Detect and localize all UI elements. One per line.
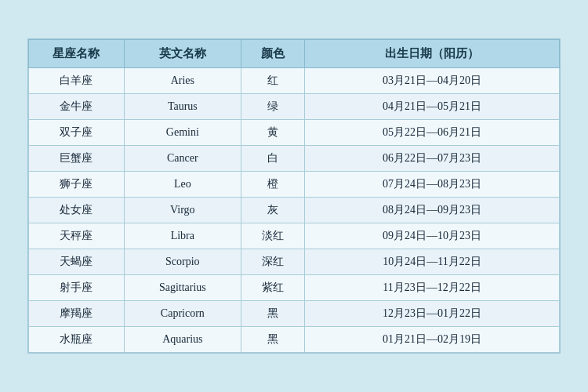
cell-date: 07月24日—08月23日 bbox=[305, 172, 560, 198]
cell-color: 深红 bbox=[241, 249, 304, 275]
cell-date: 08月24日—09月23日 bbox=[305, 198, 560, 223]
cell-date: 05月22日—06月21日 bbox=[305, 120, 560, 146]
cell-date: 01月21日—02月19日 bbox=[305, 327, 560, 353]
cell-en: Virgo bbox=[124, 198, 241, 223]
cell-date: 03月21日—04月20日 bbox=[305, 68, 560, 94]
cell-en: Scorpio bbox=[124, 249, 241, 275]
cell-en: Aries bbox=[124, 68, 241, 94]
table-row: 摩羯座Capricorn黑12月23日—01月22日 bbox=[29, 301, 560, 327]
table-row: 天秤座Libra淡红09月24日—10月23日 bbox=[29, 223, 560, 249]
table-header-row: 星座名称 英文名称 颜色 出生日期（阳历） bbox=[29, 40, 560, 68]
table-row: 狮子座Leo橙07月24日—08月23日 bbox=[29, 172, 560, 198]
cell-date: 12月23日—01月22日 bbox=[305, 301, 560, 327]
cell-color: 淡红 bbox=[241, 223, 304, 249]
table-row: 处女座Virgo灰08月24日—09月23日 bbox=[29, 198, 560, 223]
cell-zh: 摩羯座 bbox=[29, 301, 125, 327]
cell-color: 灰 bbox=[241, 198, 304, 223]
table-row: 白羊座Aries红03月21日—04月20日 bbox=[29, 68, 560, 94]
zodiac-table: 星座名称 英文名称 颜色 出生日期（阳历） 白羊座Aries红03月21日—04… bbox=[28, 39, 560, 353]
cell-color: 白 bbox=[241, 146, 304, 172]
cell-en: Libra bbox=[124, 223, 241, 249]
header-color: 颜色 bbox=[241, 40, 304, 68]
cell-color: 绿 bbox=[241, 94, 304, 120]
table-row: 巨蟹座Cancer白06月22日—07月23日 bbox=[29, 146, 560, 172]
cell-en: Aquarius bbox=[124, 327, 241, 353]
cell-color: 红 bbox=[241, 68, 304, 94]
cell-color: 紫红 bbox=[241, 275, 304, 301]
cell-zh: 天蝎座 bbox=[29, 249, 125, 275]
cell-zh: 白羊座 bbox=[29, 68, 125, 94]
cell-en: Taurus bbox=[124, 94, 241, 120]
header-en: 英文名称 bbox=[124, 40, 241, 68]
cell-color: 橙 bbox=[241, 172, 304, 198]
cell-zh: 天秤座 bbox=[29, 223, 125, 249]
header-date: 出生日期（阳历） bbox=[305, 40, 560, 68]
cell-color: 黄 bbox=[241, 120, 304, 146]
cell-date: 06月22日—07月23日 bbox=[305, 146, 560, 172]
cell-zh: 双子座 bbox=[29, 120, 125, 146]
cell-en: Gemini bbox=[124, 120, 241, 146]
cell-zh: 射手座 bbox=[29, 275, 125, 301]
cell-en: Leo bbox=[124, 172, 241, 198]
zodiac-table-container: 星座名称 英文名称 颜色 出生日期（阳历） 白羊座Aries红03月21日—04… bbox=[27, 38, 561, 354]
cell-date: 11月23日—12月22日 bbox=[305, 275, 560, 301]
cell-date: 04月21日—05月21日 bbox=[305, 94, 560, 120]
cell-en: Capricorn bbox=[124, 301, 241, 327]
table-row: 金牛座Taurus绿04月21日—05月21日 bbox=[29, 94, 560, 120]
cell-en: Sagittarius bbox=[124, 275, 241, 301]
cell-zh: 处女座 bbox=[29, 198, 125, 223]
cell-zh: 狮子座 bbox=[29, 172, 125, 198]
table-row: 天蝎座Scorpio深红10月24日—11月22日 bbox=[29, 249, 560, 275]
header-zh: 星座名称 bbox=[29, 40, 125, 68]
cell-zh: 水瓶座 bbox=[29, 327, 125, 353]
cell-zh: 巨蟹座 bbox=[29, 146, 125, 172]
cell-color: 黑 bbox=[241, 301, 304, 327]
cell-color: 黑 bbox=[241, 327, 304, 353]
table-row: 射手座Sagittarius紫红11月23日—12月22日 bbox=[29, 275, 560, 301]
cell-zh: 金牛座 bbox=[29, 94, 125, 120]
cell-date: 10月24日—11月22日 bbox=[305, 249, 560, 275]
cell-en: Cancer bbox=[124, 146, 241, 172]
cell-date: 09月24日—10月23日 bbox=[305, 223, 560, 249]
table-row: 水瓶座Aquarius黑01月21日—02月19日 bbox=[29, 327, 560, 353]
table-row: 双子座Gemini黄05月22日—06月21日 bbox=[29, 120, 560, 146]
